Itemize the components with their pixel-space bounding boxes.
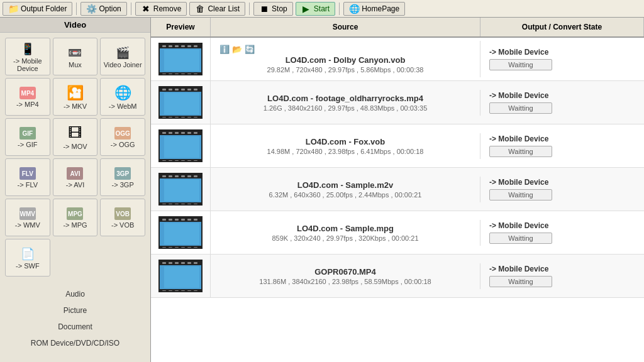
preview-cell-2 xyxy=(151,81,211,124)
sidebar-item-mp4[interactable]: MP4 -> MP4 xyxy=(5,78,50,116)
sidebar-item-avi[interactable]: AVI -> AVI xyxy=(53,158,98,196)
start-icon: ▶ xyxy=(301,4,311,14)
output-cell-1: -> Mobile Device Waitting xyxy=(480,44,644,74)
sidebar-item-video-joiner[interactable]: 🎬 Video Joiner xyxy=(100,38,145,75)
sidebar-item-picture[interactable]: Picture xyxy=(5,303,145,318)
svg-rect-9 xyxy=(162,74,166,75)
svg-rect-46 xyxy=(194,160,197,162)
main-area: Video 📱 -> Mobile Device 📼 Mux 🎬 Video J… xyxy=(0,18,644,362)
source-name-2: LO4D.com - footage_oldharryrocks.mp4 xyxy=(219,94,471,103)
svg-rect-68 xyxy=(169,219,172,221)
svg-rect-92 xyxy=(181,290,185,292)
sidebar-item-flv[interactable]: FLV -> FLV xyxy=(5,158,50,196)
waiting-btn-2: Waitting xyxy=(489,102,552,114)
source-meta-1: 29.82M , 720x480 , 29.97fps , 5.86Mbps ,… xyxy=(219,66,471,74)
svg-rect-63 xyxy=(164,180,199,201)
svg-rect-21 xyxy=(175,89,179,90)
mkv-label: -> MKV xyxy=(64,102,87,110)
header-source: Source xyxy=(211,18,480,36)
svg-rect-86 xyxy=(181,262,185,264)
output-device-4: -> Mobile Device xyxy=(489,178,548,187)
sidebar-item-rom-device[interactable]: ROM Device/DVD/CD/ISO xyxy=(5,336,145,351)
svg-rect-35 xyxy=(162,132,166,134)
sidebar-item-3gp[interactable]: 3GP -> 3GP xyxy=(100,158,145,196)
sidebar-item-swf[interactable]: 📄 -> SWF xyxy=(5,239,50,277)
mov-label: -> MOV xyxy=(63,143,87,150)
source-meta-2: 1.26G , 3840x2160 , 29.97fps , 48.83Mbps… xyxy=(219,104,471,112)
homepage-button[interactable]: 🌐 HomePage xyxy=(343,2,405,16)
sidebar-item-mux[interactable]: 📼 Mux xyxy=(53,38,98,75)
clear-list-label: Clear List xyxy=(208,4,240,13)
sidebar-item-mobile-device[interactable]: 📱 -> Mobile Device xyxy=(5,38,50,75)
output-cell-3: -> Mobile Device Waitting xyxy=(480,131,644,161)
svg-rect-36 xyxy=(169,132,172,134)
sidebar-item-vob[interactable]: VOB -> VOB xyxy=(100,199,145,236)
svg-rect-25 xyxy=(162,117,166,119)
svg-rect-71 xyxy=(187,219,191,221)
source-name-6: GOPR0670.MP4 xyxy=(219,267,471,277)
source-name-4: LO4D.com - Sample.m2v xyxy=(219,180,471,190)
remove-button[interactable]: ✖ Remove xyxy=(135,2,187,16)
svg-rect-76 xyxy=(181,247,185,249)
preview-cell-1 xyxy=(151,38,211,80)
sidebar-category-video: Video xyxy=(0,18,150,33)
film-thumbnail-2 xyxy=(158,86,203,119)
svg-rect-44 xyxy=(181,160,185,162)
waiting-btn-5: Waitting xyxy=(489,233,552,244)
sidebar-item-document[interactable]: Document xyxy=(5,319,145,334)
preview-cell-5 xyxy=(151,211,211,254)
output-cell-4: -> Mobile Device Waitting xyxy=(480,174,644,204)
vob-icon: VOB xyxy=(114,207,131,220)
sidebar-item-mkv[interactable]: 🎦 -> MKV xyxy=(53,78,98,116)
svg-rect-77 xyxy=(187,247,191,249)
sidebar-item-mov[interactable]: 🎞 -> MOV xyxy=(53,118,98,156)
svg-rect-95 xyxy=(164,266,199,288)
svg-rect-6 xyxy=(181,45,185,47)
svg-rect-47 xyxy=(164,136,199,158)
start-button[interactable]: ▶ Start xyxy=(296,2,335,16)
source-name-5: LO4D.com - Sample.mpg xyxy=(219,224,471,233)
source-cell-4: LO4D.com - Sample.m2v 6.32M , 640x360 , … xyxy=(211,177,480,202)
svg-rect-38 xyxy=(181,132,185,134)
sidebar-item-mpg[interactable]: MPG -> MPG xyxy=(53,199,98,236)
svg-rect-29 xyxy=(187,117,191,119)
svg-rect-39 xyxy=(187,132,191,134)
svg-rect-40 xyxy=(194,132,197,134)
clear-list-button[interactable]: 🗑 Clear List xyxy=(189,2,245,16)
video-joiner-icon: 🎬 xyxy=(116,46,130,60)
start-label: Start xyxy=(314,4,330,13)
header-output: Output / Convert State xyxy=(480,18,644,36)
remove-icon: ✖ xyxy=(141,4,151,14)
table-row: GOPR0670.MP4 131.86M , 3840x2160 , 23.98… xyxy=(151,255,644,298)
folder-icon[interactable]: 📂 xyxy=(232,45,242,54)
output-device-6: -> Mobile Device xyxy=(489,265,548,273)
output-folder-label: Output Folder xyxy=(21,4,67,13)
sidebar-item-ogg[interactable]: OGG -> OGG xyxy=(100,118,145,156)
output-folder-button[interactable]: 📁 Output Folder xyxy=(3,2,72,16)
swf-label: -> SWF xyxy=(16,262,40,270)
separator-1 xyxy=(76,3,77,15)
refresh-icon[interactable]: 🔄 xyxy=(245,45,255,54)
info-icon[interactable]: ℹ️ xyxy=(219,45,230,54)
output-device-2: -> Mobile Device xyxy=(489,91,548,100)
svg-rect-14 xyxy=(194,74,197,75)
film-thumbnail-6 xyxy=(158,260,203,292)
option-button[interactable]: ⚙️ Option xyxy=(80,2,126,16)
separator-3 xyxy=(249,3,250,15)
svg-rect-72 xyxy=(194,219,197,221)
svg-rect-85 xyxy=(175,262,179,264)
table-row: LO4D.com - footage_oldharryrocks.mp4 1.2… xyxy=(151,81,644,124)
svg-rect-54 xyxy=(181,175,185,177)
waiting-btn-4: Waitting xyxy=(489,189,552,200)
sidebar-item-wmv[interactable]: WMV -> WMV xyxy=(5,199,50,236)
svg-rect-24 xyxy=(194,89,197,90)
webm-label: -> WebM xyxy=(109,102,137,110)
sidebar-item-audio[interactable]: Audio xyxy=(5,287,145,302)
svg-rect-31 xyxy=(164,93,199,114)
table-row: LO4D.com - Fox.vob 14.98M , 720x480 , 23… xyxy=(151,124,644,168)
svg-rect-42 xyxy=(169,160,172,162)
svg-rect-70 xyxy=(181,219,185,221)
sidebar-item-gif[interactable]: GIF -> GIF xyxy=(5,118,50,156)
stop-button[interactable]: ⏹ Stop xyxy=(253,2,293,16)
sidebar-item-webm[interactable]: 🌐 -> WebM xyxy=(100,78,145,116)
